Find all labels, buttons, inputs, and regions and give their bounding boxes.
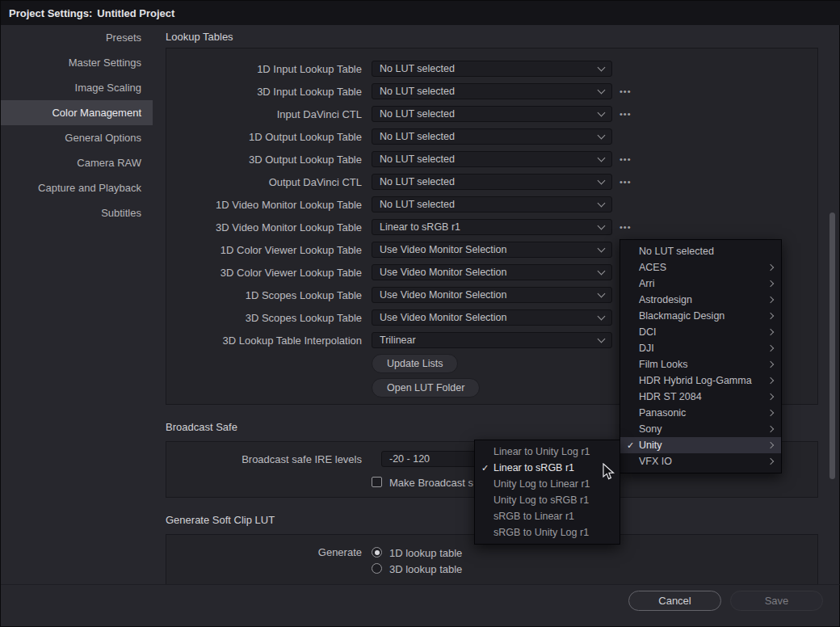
project-name: Untitled Project: [97, 7, 174, 19]
menu-item-dji[interactable]: DJI: [620, 340, 781, 356]
generate-label: Generate: [166, 546, 362, 558]
sidebar-item-image-scaling[interactable]: Image Scaling: [1, 75, 153, 100]
chevron-right-icon: [767, 393, 774, 400]
ire-levels-label: Broadcast safe IRE levels: [166, 453, 362, 465]
1d-input-lut-dropdown[interactable]: No LUT selected: [372, 61, 612, 77]
1d-video-monitor-lut-dropdown[interactable]: No LUT selected: [372, 196, 612, 213]
chevron-down-icon: [598, 86, 606, 94]
output-davinci-ctl-dropdown[interactable]: No LUT selected: [372, 174, 612, 190]
sidebar-item-master-settings[interactable]: Master Settings: [1, 50, 153, 75]
3d-color-viewer-lut-dropdown[interactable]: Use Video Monitor Selection: [372, 264, 612, 280]
check-icon: ✓: [481, 460, 494, 476]
1d-lookup-table-radio[interactable]: [372, 547, 382, 558]
chevron-down-icon: [598, 63, 606, 71]
more-options-button[interactable]: •••: [620, 174, 632, 190]
3d-scopes-lut-dropdown[interactable]: Use Video Monitor Selection: [372, 309, 612, 326]
window-title: Project Settings:: [9, 7, 92, 19]
menu-item-unity[interactable]: ✓ Unity: [620, 437, 781, 453]
chevron-down-icon: [598, 199, 606, 207]
sidebar-item-capture-and-playback[interactable]: Capture and Playback: [1, 175, 153, 200]
submenu-item-linear-to-srgb[interactable]: ✓ Linear to sRGB r1: [475, 460, 620, 476]
menu-item-arri[interactable]: Arri: [620, 276, 781, 292]
dropdown-value: Linear to sRGB r1: [380, 221, 460, 233]
settings-sidebar: Presets Master Settings Image Scaling Co…: [1, 25, 153, 627]
more-options-button[interactable]: •••: [620, 151, 632, 167]
row-label: 1D Scopes Lookup Table: [166, 289, 362, 301]
submenu-item-unity-log-to-srgb[interactable]: Unity Log to sRGB r1: [475, 492, 620, 508]
footer-divider: [1, 584, 840, 585]
submenu-item-linear-to-unity-log[interactable]: Linear to Unity Log r1: [475, 444, 620, 460]
menu-item-panasonic[interactable]: Panasonic: [620, 405, 781, 421]
dropdown-value: No LUT selected: [380, 108, 455, 120]
chevron-right-icon: [767, 361, 774, 368]
make-broadcast-safe-checkbox[interactable]: [372, 477, 382, 487]
lut-row: 1D Output Lookup Table No LUT selected: [166, 125, 817, 148]
sidebar-item-subtitles[interactable]: Subtitles: [1, 200, 153, 225]
more-options-button[interactable]: •••: [620, 83, 632, 99]
sidebar-item-camera-raw[interactable]: Camera RAW: [1, 150, 153, 175]
chevron-down-icon: [598, 267, 606, 275]
menu-item-dci[interactable]: DCI: [620, 324, 781, 340]
scrollbar-track[interactable]: [830, 28, 838, 594]
chevron-right-icon: [767, 377, 774, 384]
make-broadcast-safe-label: Make Broadcast s: [389, 477, 473, 489]
chevron-down-icon: [598, 289, 606, 297]
chevron-down-icon: [598, 221, 606, 229]
menu-item-sony[interactable]: Sony: [620, 421, 781, 437]
sidebar-item-color-management[interactable]: Color Management: [1, 100, 153, 125]
dropdown-value: No LUT selected: [380, 154, 455, 165]
1d-output-lut-dropdown[interactable]: No LUT selected: [372, 128, 612, 145]
row-label: 1D Output Lookup Table: [166, 131, 362, 143]
3d-input-lut-dropdown[interactable]: No LUT selected: [372, 83, 612, 99]
chevron-down-icon: [598, 154, 606, 162]
dropdown-value: No LUT selected: [380, 199, 455, 210]
row-label: 3D Output Lookup Table: [166, 154, 362, 166]
sidebar-item-general-options[interactable]: General Options: [1, 125, 153, 150]
dropdown-value: -20 - 120: [389, 453, 430, 465]
3d-lookup-table-radio[interactable]: [372, 563, 382, 574]
chevron-right-icon: [767, 426, 774, 432]
3d-interpolation-dropdown[interactable]: Trilinear: [372, 332, 612, 348]
row-label: 3D Color Viewer Lookup Table: [166, 267, 362, 279]
menu-item-no-lut[interactable]: No LUT selected: [620, 243, 781, 259]
1d-color-viewer-lut-dropdown[interactable]: Use Video Monitor Selection: [372, 242, 612, 258]
1d-scopes-lut-dropdown[interactable]: Use Video Monitor Selection: [372, 287, 612, 303]
3d-video-monitor-lut-dropdown[interactable]: Linear to sRGB r1: [372, 219, 612, 235]
scrollbar-thumb[interactable]: [830, 213, 835, 479]
chevron-right-icon: [767, 280, 774, 287]
save-button[interactable]: Save: [730, 591, 823, 611]
chevron-down-icon: [598, 312, 606, 320]
menu-item-aces[interactable]: ACES: [620, 259, 781, 276]
sidebar-item-presets[interactable]: Presets: [1, 25, 153, 50]
1d-lookup-table-label: 1D lookup table: [389, 547, 462, 559]
3d-output-lut-dropdown[interactable]: No LUT selected: [372, 151, 612, 167]
more-options-button[interactable]: •••: [620, 106, 632, 122]
submenu-item-srgb-to-linear[interactable]: sRGB to Linear r1: [475, 508, 620, 524]
lut-row: 1D Video Monitor Lookup Table No LUT sel…: [166, 193, 817, 216]
chevron-right-icon: [767, 458, 774, 465]
check-icon: ✓: [627, 437, 639, 453]
dropdown-value: No LUT selected: [380, 176, 455, 187]
input-davinci-ctl-dropdown[interactable]: No LUT selected: [372, 106, 612, 122]
menu-item-hdr-hybrid-log-gamma[interactable]: HDR Hybrid Log-Gamma: [620, 372, 781, 389]
submenu-item-srgb-to-unity-log[interactable]: sRGB to Unity Log r1: [475, 524, 620, 541]
dropdown-value: No LUT selected: [380, 86, 455, 97]
menu-item-astrodesign[interactable]: Astrodesign: [620, 292, 781, 308]
open-lut-folder-button[interactable]: Open LUT Folder: [372, 378, 480, 398]
update-lists-button[interactable]: Update Lists: [372, 354, 458, 373]
menu-item-hdr-st-2084[interactable]: HDR ST 2084: [620, 389, 781, 405]
cancel-button[interactable]: Cancel: [628, 591, 721, 611]
row-label: 3D Video Monitor Lookup Table: [166, 221, 362, 234]
lut-context-menu: No LUT selected ACES Arri Astrodesign Bl…: [620, 239, 782, 473]
mouse-cursor: [603, 463, 615, 482]
lut-row: Output DaVinci CTL No LUT selected •••: [166, 170, 817, 193]
more-options-button[interactable]: •••: [620, 219, 632, 235]
menu-item-vfx-io[interactable]: VFX IO: [620, 453, 781, 469]
menu-item-blackmagic-design[interactable]: Blackmagic Design: [620, 308, 781, 324]
chevron-right-icon: [767, 442, 774, 448]
lut-row: 3D Output Lookup Table No LUT selected •…: [166, 148, 817, 170]
submenu-item-unity-log-to-linear[interactable]: Unity Log to Linear r1: [475, 476, 620, 492]
row-label: Input DaVinci CTL: [166, 108, 362, 120]
menu-item-film-looks[interactable]: Film Looks: [620, 356, 781, 372]
chevron-right-icon: [767, 329, 774, 335]
